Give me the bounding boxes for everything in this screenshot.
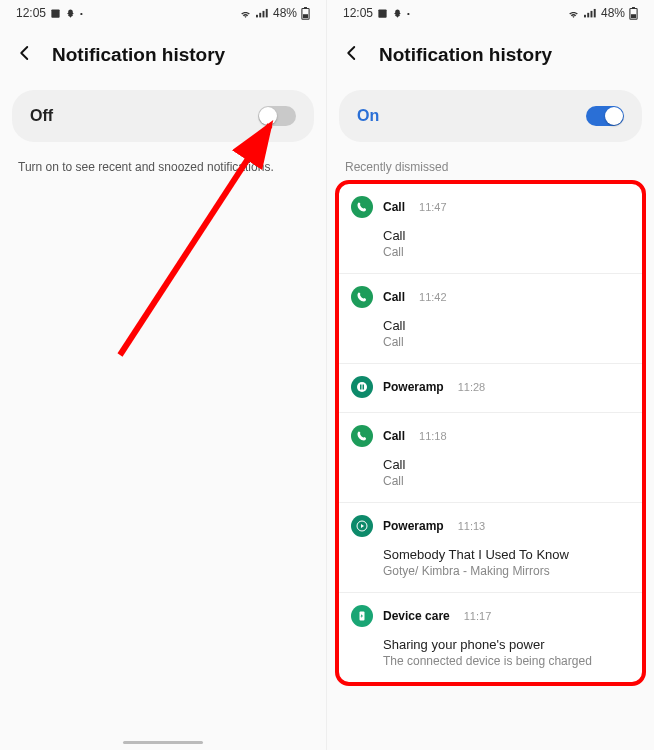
notification-subtitle: Call	[383, 474, 630, 488]
toggle-card: On	[339, 90, 642, 142]
home-indicator	[123, 741, 203, 744]
phone-right: 12:05 • 48%	[327, 0, 654, 750]
svg-rect-16	[631, 14, 636, 18]
svg-rect-10	[584, 14, 586, 17]
notification-subtitle: The connected device is being charged	[383, 654, 630, 668]
play-icon	[351, 515, 373, 537]
battery-icon	[629, 7, 638, 20]
history-toggle[interactable]	[258, 106, 296, 126]
pause-icon	[351, 376, 373, 398]
status-battery: 48%	[601, 6, 625, 20]
app-name: Call	[383, 200, 405, 214]
svg-rect-2	[259, 12, 261, 17]
signal-icon	[256, 8, 269, 19]
svg-rect-19	[363, 385, 365, 390]
header: Notification history	[327, 26, 654, 84]
battery-icon	[301, 7, 310, 20]
notification-item[interactable]: Device care 11:17 Sharing your phone's p…	[339, 593, 642, 682]
gallery-icon	[50, 8, 61, 19]
svg-rect-6	[304, 7, 307, 8]
history-toggle[interactable]	[586, 106, 624, 126]
page-title: Notification history	[52, 44, 225, 66]
toggle-card: Off	[12, 90, 314, 142]
notification-time: 11:13	[458, 520, 486, 532]
wifi-icon	[239, 8, 252, 19]
status-bar: 12:05 • 48%	[0, 0, 326, 26]
snapchat-icon	[65, 8, 76, 19]
notification-item[interactable]: Call 11:18 Call Call	[339, 413, 642, 503]
app-name: Device care	[383, 609, 450, 623]
annotation-arrow	[70, 105, 290, 385]
notification-subtitle: Gotye/ Kimbra - Making Mirrors	[383, 564, 630, 578]
snapchat-icon	[392, 8, 403, 19]
notification-subtitle: Call	[383, 245, 630, 259]
notification-time: 11:18	[419, 430, 447, 442]
notification-title: Sharing your phone's power	[383, 637, 630, 652]
app-name: Call	[383, 429, 405, 443]
notification-title: Call	[383, 457, 630, 472]
notification-item[interactable]: Poweramp 11:13 Somebody That I Used To K…	[339, 503, 642, 593]
notification-title: Call	[383, 318, 630, 333]
app-name: Poweramp	[383, 519, 444, 533]
svg-rect-0	[51, 9, 59, 17]
status-time: 12:05	[343, 6, 373, 20]
notification-subtitle: Call	[383, 335, 630, 349]
page-title: Notification history	[379, 44, 552, 66]
svg-point-17	[357, 382, 367, 392]
back-icon[interactable]	[16, 44, 34, 66]
phone-icon	[351, 425, 373, 447]
svg-rect-1	[256, 14, 258, 17]
svg-rect-7	[303, 14, 308, 18]
notification-item[interactable]: Call 11:42 Call Call	[339, 274, 642, 364]
app-name: Call	[383, 290, 405, 304]
svg-rect-12	[590, 10, 592, 17]
app-name: Poweramp	[383, 380, 444, 394]
status-bar: 12:05 • 48%	[327, 0, 654, 26]
gallery-icon	[377, 8, 388, 19]
header: Notification history	[0, 26, 326, 84]
signal-icon	[584, 8, 597, 19]
helper-text: Turn on to see recent and snoozed notifi…	[0, 148, 326, 186]
notification-time: 11:17	[464, 610, 492, 622]
svg-rect-11	[587, 12, 589, 17]
status-time: 12:05	[16, 6, 46, 20]
phone-icon	[351, 286, 373, 308]
notification-time: 11:42	[419, 291, 447, 303]
notification-time: 11:47	[419, 201, 447, 213]
toggle-label: On	[357, 107, 379, 125]
device-care-icon	[351, 605, 373, 627]
notification-list: Call 11:47 Call Call Call 11:42 Call	[335, 180, 646, 686]
svg-rect-9	[378, 9, 386, 17]
svg-rect-13	[594, 8, 596, 16]
status-dot: •	[407, 9, 410, 18]
svg-rect-4	[266, 8, 268, 16]
status-battery: 48%	[273, 6, 297, 20]
svg-rect-18	[360, 385, 362, 390]
notification-item[interactable]: Poweramp 11:28	[339, 364, 642, 413]
status-dot: •	[80, 9, 83, 18]
svg-rect-3	[262, 10, 264, 17]
notification-time: 11:28	[458, 381, 486, 393]
toggle-label: Off	[30, 107, 53, 125]
section-label: Recently dismissed	[327, 148, 654, 180]
notification-title: Somebody That I Used To Know	[383, 547, 630, 562]
phone-left: 12:05 • 48%	[0, 0, 327, 750]
back-icon[interactable]	[343, 44, 361, 66]
notification-item[interactable]: Call 11:47 Call Call	[339, 184, 642, 274]
phone-icon	[351, 196, 373, 218]
svg-rect-15	[632, 7, 635, 8]
wifi-icon	[567, 8, 580, 19]
notification-title: Call	[383, 228, 630, 243]
